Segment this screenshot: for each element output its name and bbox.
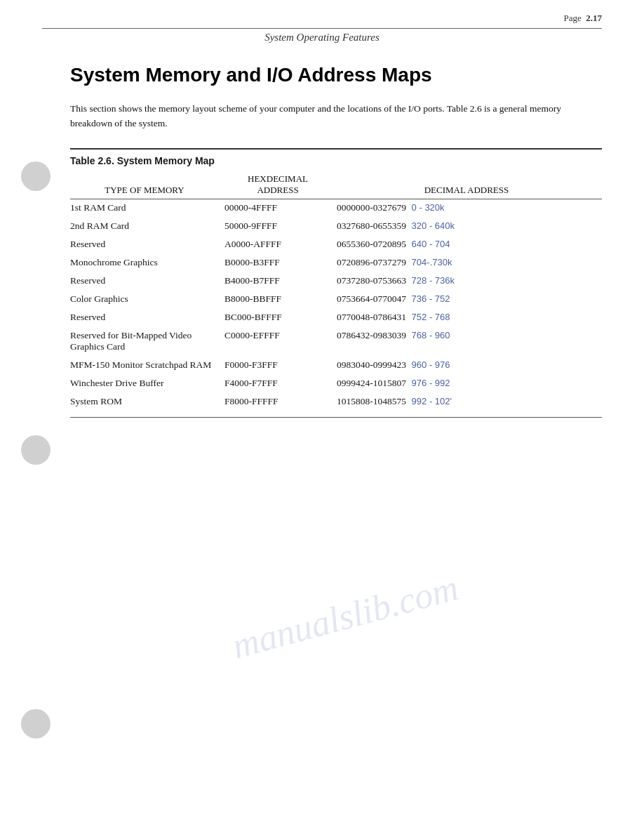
handwritten-annotation: 768 - 960 <box>409 330 450 340</box>
circle-decoration-1 <box>21 161 51 191</box>
handwritten-annotation: 736 - 752 <box>409 293 450 304</box>
type-cell: Reserved <box>70 272 224 288</box>
col-header-decimal: DECIMAL ADDRESS <box>337 169 602 199</box>
hex-cell: B8000-BBFFF <box>224 291 337 306</box>
decimal-cell: 0786432-0983039 768 - 960 <box>337 327 602 354</box>
table-row: Monochrome GraphicsB0000-B3FFF0720896-07… <box>70 254 602 270</box>
decimal-cell: 0720896-0737279 704-.730k <box>337 254 602 270</box>
decimal-cell: 0999424-1015807 976 - 992 <box>337 375 602 390</box>
table-row: Winchester Drive BufferF4000-F7FFF099942… <box>70 375 602 390</box>
hex-cell: A0000-AFFFF <box>224 236 337 251</box>
type-cell: Winchester Drive Buffer <box>70 375 224 390</box>
type-cell: System ROM <box>70 393 224 409</box>
decimal-cell: 0655360-0720895 640 - 704 <box>337 236 602 251</box>
table-row: 1st RAM Card00000-4FFFF0000000-0327679 0… <box>70 199 602 215</box>
circle-decoration-3 <box>21 709 51 739</box>
type-cell: Color Graphics <box>70 291 224 306</box>
handwritten-annotation: 960 - 976 <box>409 359 450 370</box>
table-row: ReservedBC000-BFFFF0770048-0786431 752 -… <box>70 309 602 324</box>
table-row: Color GraphicsB8000-BBFFF0753664-0770047… <box>70 291 602 306</box>
memory-table: TYPE OF MEMORY HEXDECIMAL ADDRESS DECIMA… <box>70 169 602 411</box>
handwritten-annotation: 320 - 640k <box>409 220 455 231</box>
handwritten-annotation: 0 - 320k <box>409 202 445 213</box>
intro-text: This section shows the memory layout sch… <box>70 101 602 131</box>
table-caption: Table 2.6. System Memory Map <box>70 148 602 166</box>
table-row: System ROMF8000-FFFFF1015808-1048575 992… <box>70 393 602 409</box>
header-divider <box>42 28 602 29</box>
table-row: Reserved for Bit-Mapped Video Graphics C… <box>70 327 602 354</box>
handwritten-annotation: 704-.730k <box>409 257 452 267</box>
hex-cell: 00000-4FFFF <box>224 199 337 215</box>
decimal-cell: 0983040-0999423 960 - 976 <box>337 357 602 372</box>
table-wrapper: TYPE OF MEMORY HEXDECIMAL ADDRESS DECIMA… <box>70 169 602 418</box>
hex-cell: B4000-B7FFF <box>224 272 337 288</box>
hex-cell: F4000-F7FFF <box>224 375 337 390</box>
type-cell: 2nd RAM Card <box>70 218 224 233</box>
type-cell: Reserved <box>70 309 224 324</box>
type-cell: Monochrome Graphics <box>70 254 224 270</box>
table-header-row: TYPE OF MEMORY HEXDECIMAL ADDRESS DECIMA… <box>70 169 602 199</box>
handwritten-annotation: 752 - 768 <box>409 312 450 322</box>
table-row: MFM-150 Monitor Scratchpad RAMF0000-F3FF… <box>70 357 602 372</box>
handwritten-annotation: 976 - 992 <box>409 378 450 388</box>
hex-cell: F8000-FFFFF <box>224 393 337 409</box>
hex-cell: F0000-F3FFF <box>224 357 337 372</box>
row-spacer <box>70 409 602 411</box>
circle-decoration-2 <box>21 435 51 465</box>
handwritten-annotation: 640 - 704 <box>409 239 450 249</box>
decimal-cell: 0000000-0327679 0 - 320k <box>337 199 602 215</box>
decimal-cell: 1015808-1048575 992 - 102' <box>337 393 602 409</box>
table-row: ReservedB4000-B7FFF0737280-0753663 728 -… <box>70 272 602 288</box>
main-content: System Memory and I/O Address Maps This … <box>0 49 644 446</box>
hex-cell: C0000-EFFFF <box>224 327 337 354</box>
hex-cell: BC000-BFFFF <box>224 309 337 324</box>
handwritten-annotation: 728 - 736k <box>409 275 455 286</box>
page-header: Page 2.17 System Operating Features <box>0 0 644 49</box>
page-number: Page 2.17 <box>42 13 602 24</box>
col-header-type: TYPE OF MEMORY <box>70 169 224 199</box>
decimal-cell: 0737280-0753663 728 - 736k <box>337 272 602 288</box>
table-row: 2nd RAM Card50000-9FFFF0327680-0655359 3… <box>70 218 602 233</box>
section-title: System Operating Features <box>42 32 602 49</box>
hex-cell: B0000-B3FFF <box>224 254 337 270</box>
page-container: manualslib.com Page 2.17 System Operatin… <box>0 0 644 834</box>
page-title: System Memory and I/O Address Maps <box>70 63 602 87</box>
watermark: manualslib.com <box>228 567 463 667</box>
handwritten-annotation: 992 - 102' <box>409 396 452 406</box>
col-header-hex: HEXDECIMAL ADDRESS <box>224 169 337 199</box>
type-cell: MFM-150 Monitor Scratchpad RAM <box>70 357 224 372</box>
type-cell: Reserved for Bit-Mapped Video Graphics C… <box>70 327 224 354</box>
decimal-cell: 0770048-0786431 752 - 768 <box>337 309 602 324</box>
type-cell: 1st RAM Card <box>70 199 224 215</box>
decimal-cell: 0327680-0655359 320 - 640k <box>337 218 602 233</box>
type-cell: Reserved <box>70 236 224 251</box>
decimal-cell: 0753664-0770047 736 - 752 <box>337 291 602 306</box>
table-row: ReservedA0000-AFFFF0655360-0720895 640 -… <box>70 236 602 251</box>
hex-cell: 50000-9FFFF <box>224 218 337 233</box>
